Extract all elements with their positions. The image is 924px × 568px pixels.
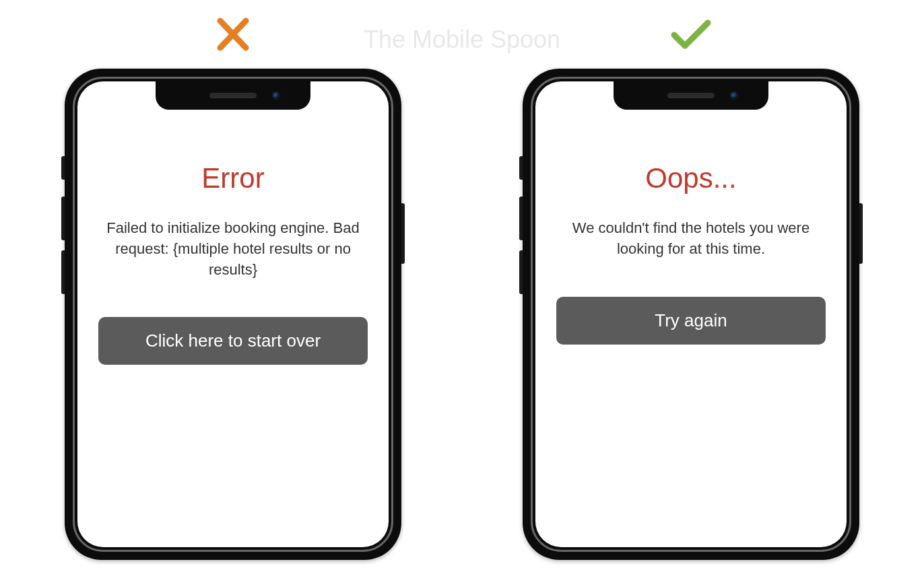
error-message: We couldn't find the hotels you were loo… xyxy=(556,218,826,260)
phone-side-button xyxy=(61,197,65,240)
phone-mockup-good: Oops... We couldn't find the hotels you … xyxy=(523,69,859,560)
phone-side-button xyxy=(401,203,405,264)
phone-side-button xyxy=(519,197,523,240)
phone-screen: Oops... We couldn't find the hotels you … xyxy=(535,81,847,547)
phone-side-button xyxy=(859,203,863,264)
phone-notch xyxy=(156,81,310,110)
bad-example: Error Failed to initialize booking engin… xyxy=(65,17,401,560)
phone-screen: Error Failed to initialize booking engin… xyxy=(77,81,389,547)
phone-notch xyxy=(614,81,768,110)
try-again-button[interactable]: Try again xyxy=(556,297,826,345)
phone-side-button xyxy=(519,250,523,294)
phone-camera xyxy=(272,92,280,100)
error-title: Error xyxy=(98,162,368,194)
phone-mockup-bad: Error Failed to initialize booking engin… xyxy=(65,69,401,560)
check-icon xyxy=(670,17,712,52)
cross-icon xyxy=(213,17,253,52)
phone-side-button xyxy=(61,250,65,294)
good-example: Oops... We couldn't find the hotels you … xyxy=(523,17,859,560)
comparison-container: Error Failed to initialize booking engin… xyxy=(0,0,924,560)
error-title: Oops... xyxy=(556,162,826,194)
phone-speaker xyxy=(209,93,257,98)
phone-camera xyxy=(730,92,738,100)
watermark-text: The Mobile Spoon xyxy=(364,26,560,54)
phone-speaker xyxy=(667,93,715,98)
start-over-button[interactable]: Click here to start over xyxy=(98,317,368,365)
phone-side-button xyxy=(61,156,65,180)
error-message: Failed to initialize booking engine. Bad… xyxy=(98,218,368,280)
phone-side-button xyxy=(519,156,523,180)
